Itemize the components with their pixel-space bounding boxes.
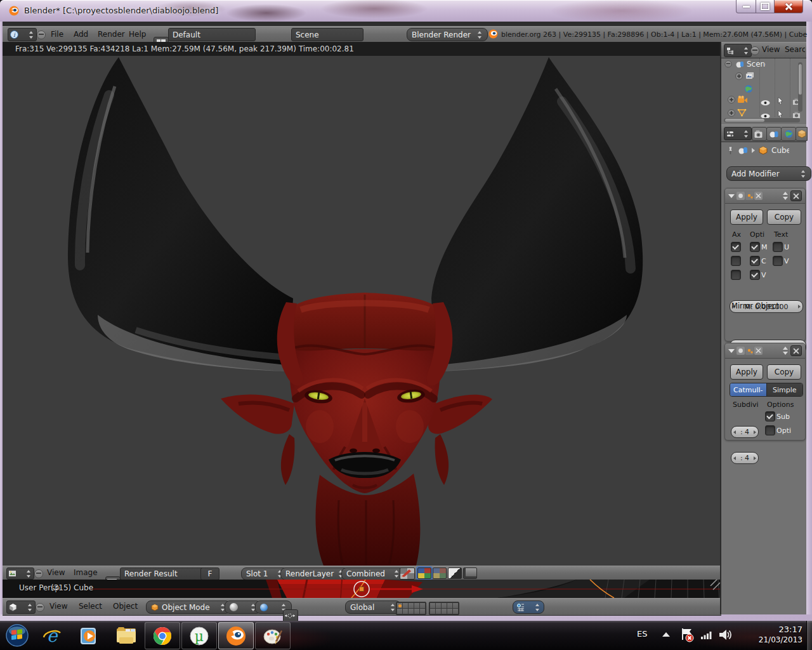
expand-icon[interactable] — [724, 60, 731, 67]
subsurf-panel-header[interactable] — [725, 343, 805, 359]
image-paint-icon[interactable] — [400, 567, 415, 580]
selectability-cursor-icon[interactable] — [777, 95, 783, 107]
increase-icon[interactable] — [754, 456, 756, 460]
subdivide-uvs-checkbox[interactable] — [765, 411, 775, 421]
breadcrumb-object-name[interactable]: Cube — [771, 146, 789, 155]
optimal-display-checkbox[interactable] — [765, 425, 775, 435]
menu-file[interactable]: File — [51, 30, 63, 39]
renderlayer-dropdown[interactable]: RenderLayer — [280, 567, 349, 580]
channel-alpha-button[interactable] — [448, 567, 462, 579]
fake-user-button[interactable]: F — [200, 567, 219, 580]
menu-help[interactable]: Help — [129, 30, 146, 39]
clock[interactable]: 23:17 21/03/2013 — [749, 625, 802, 644]
scene-item-label[interactable]: Scene — [747, 60, 766, 69]
visibility-eye-icon[interactable] — [761, 96, 770, 109]
window-titlebar[interactable]: Blender* [C:\proyectosblender\diabloojo.… — [0, 0, 812, 22]
speaker-icon[interactable] — [718, 628, 733, 644]
decrease-icon[interactable] — [733, 430, 736, 434]
pin-icon[interactable] — [726, 146, 734, 155]
tab-scene[interactable] — [766, 127, 782, 141]
viewport-3d[interactable]: User Persp (315) Cube — [3, 580, 721, 598]
mirror-merge-checkbox[interactable] — [750, 242, 760, 252]
outliner-row-camera[interactable] — [728, 95, 747, 103]
move-modifier-icon[interactable] — [783, 347, 789, 355]
increase-icon[interactable] — [754, 430, 756, 434]
mirror-panel-header[interactable] — [725, 189, 805, 204]
decrease-icon[interactable] — [733, 456, 736, 460]
outliner-row-world[interactable] — [744, 84, 753, 96]
collapse-menus-icon[interactable] — [750, 46, 759, 55]
expand-panel-icon[interactable] — [728, 194, 735, 198]
transform-orientation-dropdown[interactable]: Global — [345, 600, 401, 614]
expand-panel-icon[interactable] — [728, 349, 735, 353]
chrome-taskbar-button[interactable] — [145, 622, 180, 649]
add-modifier-dropdown[interactable]: Add Modifier — [726, 166, 811, 181]
wmp-taskbar-button[interactable] — [79, 626, 99, 646]
render-subdivisions-field[interactable]: : 4 — [731, 452, 759, 464]
outliner-menu-view[interactable]: View — [762, 45, 780, 54]
view-subdivisions-field[interactable]: : 4 — [731, 426, 759, 438]
move-modifier-icon[interactable] — [783, 192, 789, 200]
subsurf-copy-button[interactable]: Copy — [767, 364, 801, 380]
layers-grid-2[interactable] — [429, 602, 459, 615]
mirror-vgroups-checkbox[interactable] — [750, 270, 760, 280]
blender-taskbar-button[interactable] — [218, 622, 254, 649]
view3d-menu-object[interactable]: Object — [113, 602, 138, 611]
menu-render[interactable]: Render — [98, 30, 125, 39]
editor-type-selector-outliner[interactable] — [724, 44, 752, 57]
channel-color-button[interactable] — [433, 567, 447, 579]
outliner-hscroll-thumb[interactable] — [725, 119, 764, 122]
hidden-icons-arrow[interactable] — [662, 632, 670, 637]
editor-type-selector-info[interactable]: i — [8, 28, 37, 41]
outliner-row-image[interactable] — [735, 72, 754, 80]
mirror-texture-u-checkbox[interactable] — [773, 242, 783, 252]
action-center-flag-icon[interactable] — [680, 627, 694, 645]
editor-type-selector-properties[interactable] — [724, 127, 752, 140]
layers-grid-1[interactable] — [396, 602, 426, 615]
utorrent-taskbar-button[interactable]: µ — [181, 622, 217, 649]
render-result-canvas[interactable] — [3, 56, 721, 566]
collapse-menus-icon[interactable] — [34, 569, 43, 578]
view3d-menu-select[interactable]: Select — [79, 602, 102, 611]
language-indicator[interactable]: ES — [637, 629, 647, 639]
collapse-menus-icon[interactable] — [37, 30, 46, 39]
tab-object[interactable] — [796, 127, 808, 141]
menu-add[interactable]: Add — [74, 30, 88, 39]
collapse-menus-icon[interactable] — [36, 603, 44, 612]
outliner-row-scene[interactable]: Scene — [724, 60, 766, 69]
delete-modifier-icon[interactable] — [790, 190, 802, 201]
tab-render[interactable] — [752, 127, 767, 141]
start-button[interactable] — [5, 623, 29, 647]
minimize-button[interactable] — [736, 0, 756, 13]
snap-element-dropdown[interactable] — [513, 600, 544, 614]
render-engine-dropdown[interactable]: Blender Render — [407, 28, 488, 41]
subsurf-apply-button[interactable]: Apply — [730, 364, 763, 380]
mirror-axis-y-checkbox[interactable] — [731, 256, 741, 266]
mirror-axis-x-checkbox[interactable] — [731, 242, 741, 252]
restore-button[interactable] — [756, 0, 775, 13]
modifier-visibility-icons[interactable] — [737, 346, 763, 356]
outliner-menu-search[interactable]: Searc — [785, 45, 805, 54]
increase-icon[interactable] — [798, 305, 801, 308]
mirror-clipping-checkbox[interactable] — [750, 256, 760, 266]
layout-name-field[interactable]: Default — [168, 28, 256, 41]
editor-type-selector-image[interactable] — [6, 567, 34, 580]
delete-modifier-icon[interactable] — [790, 345, 802, 356]
scene-name-field[interactable]: Scene — [291, 28, 363, 41]
catmull-clark-button[interactable]: Catmull- — [730, 383, 766, 396]
mirror-copy-button[interactable]: Copy — [767, 209, 801, 225]
modifier-visibility-icons[interactable] — [737, 191, 763, 201]
region-corner-handle[interactable] — [710, 580, 721, 590]
view3d-menu-view[interactable]: View — [49, 602, 67, 611]
expand-plus-icon[interactable] — [728, 96, 735, 103]
mirror-axis-z-checkbox[interactable] — [731, 270, 741, 280]
simple-button[interactable]: Simple — [766, 383, 803, 396]
layer-1-active[interactable] — [397, 603, 402, 608]
expand-plus-icon[interactable] — [728, 109, 735, 117]
image-name-field[interactable]: Render Result — [120, 567, 209, 580]
expand-plus-icon[interactable] — [735, 72, 743, 80]
image-menu-view[interactable]: View — [47, 568, 65, 577]
paint-taskbar-button[interactable] — [255, 622, 291, 649]
ie-taskbar-button[interactable]: e — [42, 626, 62, 646]
image-menu-image[interactable]: Image — [74, 568, 98, 577]
